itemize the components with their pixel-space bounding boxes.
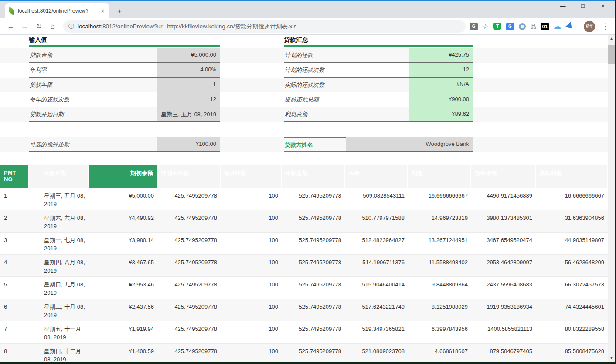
- schedule-cell: 8.1251988029: [408, 299, 471, 313]
- input-row-value: ¥5,000.00: [157, 48, 220, 62]
- summary-row-value: ¥89.62: [409, 107, 473, 121]
- scrollbar-up-icon[interactable]: ▲: [608, 35, 615, 42]
- schedule-cell: 56.4623648209: [536, 255, 608, 268]
- schedule-cell: 1: [0, 188, 29, 202]
- translate-page-icon[interactable]: G: [470, 23, 478, 30]
- lender-row: 贷款方姓名 Woodgrove Bank: [284, 137, 473, 152]
- browser-menu-icon[interactable]: ⋮: [600, 22, 611, 31]
- schedule-cell: 514.1906711376: [345, 255, 408, 268]
- address-bar[interactable]: ⓘ localhost:8012/onlinePreview?url=http:…: [63, 20, 466, 33]
- tab-close-icon[interactable]: ×: [99, 8, 106, 14]
- circle-extension-icon[interactable]: [519, 23, 526, 30]
- profile-avatar[interactable]: 精华: [584, 21, 595, 32]
- summary-table-rows: 计划的还款¥425.75计划的还款次数12实际的还款次数#N/A提前还款总额¥9…: [284, 48, 473, 122]
- minimize-button[interactable]: —: [558, 3, 567, 9]
- extra-payment-label: 可选的额外还款: [29, 137, 157, 152]
- schedule-cell: 2953.4642809097: [471, 255, 536, 268]
- summary-row: 提前还款总额¥900.00: [284, 92, 473, 107]
- browser-tab[interactable]: localhost:8012/onlinePreview? ×: [5, 3, 109, 18]
- back-icon[interactable]: ←: [5, 22, 17, 31]
- cloud-extension-icon[interactable]: ☁: [554, 22, 561, 31]
- schedule-cell: 9.8448809364: [408, 277, 471, 290]
- window-bottom-edge: [0, 362, 615, 364]
- schedule-cell: 6: [0, 299, 29, 313]
- url-text[interactable]: localhost:8012/onlinePreview?url=http://…: [78, 23, 296, 30]
- summary-row-label: 实际的还款次数: [284, 78, 409, 92]
- schedule-cell: 100: [221, 210, 282, 224]
- schedule-row: 4星期四, 八月 08, 2019¥3,467.65425.7495209778…: [0, 255, 608, 277]
- schedule-cell: 11.5588498402: [408, 255, 471, 268]
- translate-extension-icon[interactable]: G: [506, 23, 514, 30]
- schedule-cell: ¥3,980.14: [89, 233, 157, 246]
- schedule-cell: 4490.9171456889: [471, 188, 536, 202]
- input-row-label: 年利率: [29, 63, 157, 77]
- schedule-table-header: PMT NO还款日期期初余额计划的还款额外还款还款总额本金利息期终余额累积利息: [0, 165, 608, 188]
- schedule-cell: 4: [0, 255, 29, 268]
- schedule-cell: 1919.9353186934: [471, 299, 536, 313]
- page-info-icon[interactable]: ⓘ: [68, 23, 74, 30]
- schedule-cell: 5: [0, 277, 29, 290]
- schedule-row: 2星期六, 六月 08, 2019¥4,490.92425.7495209778…: [0, 210, 608, 233]
- schedule-cell: 100: [221, 233, 282, 246]
- schedule-cell: 425.7495209778: [157, 188, 221, 202]
- schedule-cell: 星期日, 十二月 08, 2019: [29, 344, 89, 362]
- extra-payment-value: ¥100.00: [157, 137, 220, 152]
- schedule-cell: 80.8322289558: [536, 321, 608, 335]
- vertical-scrollbar[interactable]: ▲ ▼: [608, 35, 615, 362]
- loan-summary-title: 贷款汇总: [284, 36, 308, 44]
- toolbar-icon-cluster: G ☆ T G 品 01 ☁ 精华 ⋮: [470, 21, 611, 32]
- schedule-cell: ¥1,919.94: [89, 321, 157, 335]
- schedule-cell: 100: [221, 188, 282, 202]
- schedule-cell: 星期四, 八月 08, 2019: [29, 255, 89, 276]
- home-icon[interactable]: ⌂: [47, 22, 59, 31]
- sitemap-extension-icon[interactable]: 品: [531, 23, 536, 30]
- schedule-cell: 525.7495209778: [282, 299, 345, 313]
- schedule-cell: 519.3497365821: [345, 321, 408, 335]
- schedule-cell: 525.7495209778: [282, 321, 345, 335]
- summary-row-value: ¥425.75: [409, 48, 473, 62]
- schedule-cell: 3980.1373485301: [471, 210, 536, 224]
- schedule-row: 7星期五, 十一月 08, 2019¥1,919.94425.749520977…: [0, 321, 608, 344]
- bookmark-star-icon[interactable]: ☆: [483, 22, 489, 30]
- input-row-label: 贷款开始日期: [29, 107, 157, 121]
- input-row-value: 4.00%: [157, 63, 220, 77]
- schedule-row: 6星期二, 十月 08, 2019¥2,437.56425.7495209778…: [0, 299, 608, 321]
- schedule-cell: 425.7495209778: [157, 210, 221, 224]
- schedule-cell: 16.6666666667: [536, 188, 608, 202]
- schedule-header-cell: 期初余额: [89, 165, 157, 188]
- schedule-cell: ¥3,467.65: [89, 255, 157, 268]
- tampermonkey-extension-icon[interactable]: T: [493, 23, 501, 30]
- url-host: localhost: [78, 23, 101, 30]
- loan-summary-underline: [284, 45, 473, 47]
- close-button[interactable]: ×: [599, 3, 607, 9]
- schedule-cell: ¥5,000.00: [89, 188, 157, 202]
- scrollbar-thumb[interactable]: [608, 45, 615, 64]
- extra-payment-row: 可选的额外还款 ¥100.00: [29, 137, 220, 152]
- scrollbar-down-icon[interactable]: ▼: [608, 354, 615, 362]
- schedule-cell: 1400.5855821113: [471, 321, 536, 335]
- schedule-cell: 星期二, 十月 08, 2019: [29, 299, 89, 321]
- summary-row-value: 12: [409, 63, 473, 77]
- input-row-value: 12: [157, 92, 220, 107]
- schedule-table-body: 1星期三, 五月 08, 2019¥5,000.00425.7495209778…: [0, 188, 608, 362]
- schedule-header-cell: 还款日期: [29, 165, 89, 188]
- schedule-cell: 星期日, 九月 08, 2019: [29, 277, 89, 299]
- schedule-cell: 425.7495209778: [157, 255, 221, 268]
- schedule-cell: 510.7797971588: [345, 210, 408, 224]
- url-path: :8012/onlinePreview?url=http://kkfilevie…: [101, 23, 296, 30]
- reload-icon[interactable]: ↻: [33, 22, 45, 31]
- forward-icon: →: [19, 22, 31, 31]
- schedule-cell: 44.9035149807: [536, 233, 608, 246]
- schedule-cell: 425.7495209778: [157, 233, 221, 246]
- counter-extension-icon[interactable]: 01: [541, 23, 549, 30]
- input-row: 贷款年限1: [29, 78, 220, 92]
- new-tab-button[interactable]: +: [114, 7, 125, 16]
- schedule-cell: 100: [221, 299, 282, 313]
- spreadsheet-preview: 输入值 贷款金额¥5,000.00年利率4.00%贷款年限1每年的还款次数12贷…: [0, 35, 608, 362]
- maximize-button[interactable]: □: [579, 3, 587, 9]
- schedule-cell: 100: [221, 277, 282, 290]
- input-row: 贷款金额¥5,000.00: [29, 48, 220, 63]
- inputs-section-underline: [29, 45, 220, 47]
- bird-extension-icon[interactable]: [565, 22, 575, 31]
- schedule-header-cell: 期终余额: [471, 165, 536, 188]
